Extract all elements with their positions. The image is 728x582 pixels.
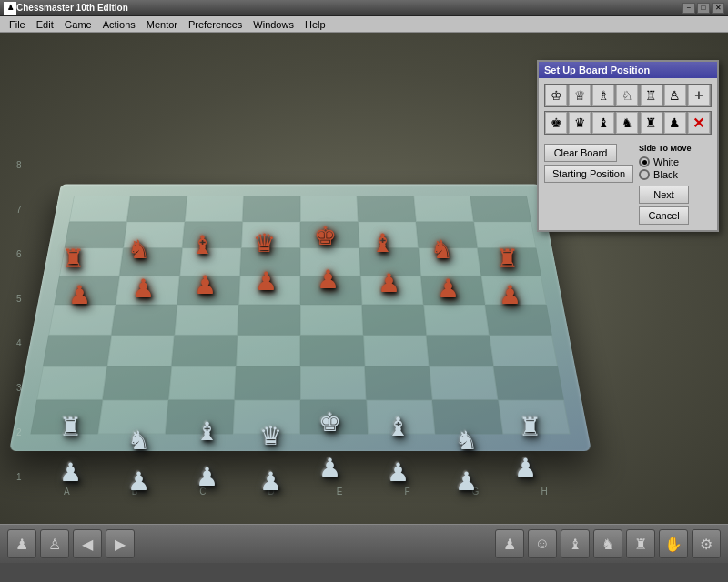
board-cell[interactable] (474, 221, 537, 247)
menu-item-actions[interactable]: Actions (97, 18, 141, 31)
toolbar-pawn-button[interactable]: ♟ (7, 529, 36, 558)
board-cell[interactable] (426, 335, 493, 366)
palette-black-pawn[interactable]: ♟ (664, 112, 686, 134)
board-cell[interactable] (365, 366, 432, 399)
board-cell[interactable] (485, 305, 552, 335)
minimize-button[interactable]: − (682, 3, 695, 14)
board-cell[interactable] (111, 305, 177, 335)
board-cell[interactable] (107, 335, 175, 366)
white-pawn-8[interactable]: ♟ (59, 460, 82, 486)
board-cell[interactable] (300, 221, 359, 247)
board-cell[interactable] (238, 276, 300, 305)
board-cell[interactable] (300, 399, 368, 434)
board-cell[interactable] (116, 276, 180, 305)
white-pawn-13[interactable]: ♟ (387, 460, 410, 486)
next-button[interactable]: Next (639, 186, 689, 204)
black-radio-option[interactable]: Black (639, 169, 712, 180)
palette-black-bishop[interactable]: ♝ (592, 112, 614, 134)
board-cell[interactable] (366, 399, 435, 434)
board-cell[interactable] (123, 221, 184, 247)
palette-white-king[interactable]: ♔ (545, 85, 567, 106)
board-cell[interactable] (423, 305, 489, 335)
board-cell[interactable] (185, 196, 244, 221)
palette-white-bishop[interactable]: ♗ (592, 85, 614, 106)
white-pawn-12[interactable]: ♟ (318, 456, 341, 481)
menu-item-edit[interactable]: Edit (31, 18, 59, 31)
palette-black-king[interactable]: ♚ (545, 112, 567, 134)
toolbar-knight-icon[interactable]: ♞ (593, 529, 622, 558)
toolbar-bishop-icon[interactable]: ♝ (561, 529, 590, 558)
board-cell[interactable] (236, 335, 300, 366)
board-cell[interactable] (359, 248, 421, 276)
board-cell[interactable] (166, 399, 235, 434)
board-cell[interactable] (416, 221, 477, 247)
board-cell[interactable] (478, 248, 541, 276)
palette-black-rook[interactable]: ♜ (641, 112, 662, 134)
palette-white-queen[interactable]: ♕ (569, 85, 591, 106)
board-cell[interactable] (43, 335, 112, 366)
close-button[interactable]: ✕ (712, 3, 724, 14)
white-pawn-15[interactable]: ♟ (514, 456, 537, 481)
board-cell[interactable] (300, 248, 360, 276)
toolbar-prev-button[interactable]: ◀ (73, 529, 102, 558)
board-cell[interactable] (413, 196, 473, 221)
board-cell[interactable] (54, 276, 119, 305)
white-radio-option[interactable]: White (639, 156, 712, 167)
board-cell[interactable] (238, 305, 300, 335)
board-cell[interactable] (359, 221, 419, 247)
board-cell[interactable] (481, 276, 547, 305)
board-cell[interactable] (432, 399, 503, 434)
board-cell[interactable] (498, 399, 570, 434)
palette-white-rook[interactable]: ♖ (641, 85, 662, 106)
menu-item-windows[interactable]: Windows (248, 18, 299, 31)
cancel-button[interactable]: Cancel (639, 206, 689, 225)
board-cell[interactable] (233, 399, 300, 434)
palette-add[interactable]: + (688, 85, 710, 106)
white-radio[interactable] (639, 156, 650, 167)
board-cell[interactable] (69, 196, 130, 221)
board-cell[interactable] (300, 366, 366, 399)
maximize-button[interactable]: □ (697, 3, 710, 14)
board-cell[interactable] (241, 221, 300, 247)
clear-board-button[interactable]: Clear Board (544, 144, 617, 162)
board-cell[interactable] (30, 399, 102, 434)
toolbar-rook-icon[interactable]: ♜ (626, 529, 655, 558)
board-cell[interactable] (242, 196, 300, 221)
board-cell[interactable] (300, 335, 365, 366)
board-cell[interactable] (126, 196, 187, 221)
board-cell[interactable] (65, 221, 127, 247)
board-cell[interactable] (240, 248, 300, 276)
starting-position-button[interactable]: Starting Position (544, 165, 633, 183)
board-cell[interactable] (300, 276, 362, 305)
menu-item-game[interactable]: Game (59, 18, 97, 31)
board-cell[interactable] (119, 248, 182, 276)
black-radio[interactable] (639, 169, 650, 180)
palette-white-knight[interactable]: ♘ (616, 85, 638, 106)
board-cell[interactable] (36, 366, 106, 399)
toolbar-face-icon[interactable]: ☺ (528, 529, 557, 558)
board-cell[interactable] (59, 248, 123, 276)
board-cell[interactable] (420, 276, 485, 305)
board-cell[interactable] (235, 366, 300, 399)
palette-delete[interactable]: ✕ (688, 112, 710, 134)
board-cell[interactable] (182, 221, 242, 247)
toolbar-white-pawn-button[interactable]: ♙ (40, 529, 69, 558)
board-cell[interactable] (300, 305, 363, 335)
board-cell[interactable] (362, 305, 427, 335)
board-cell[interactable] (470, 196, 531, 221)
toolbar-hand-icon[interactable]: ✋ (659, 529, 688, 558)
board-cell[interactable] (363, 335, 429, 366)
menu-item-mentor[interactable]: Mentor (141, 18, 183, 31)
board-cell[interactable] (177, 276, 240, 305)
board-cell[interactable] (98, 399, 169, 434)
toolbar-next-button[interactable]: ▶ (106, 529, 135, 558)
palette-black-queen[interactable]: ♛ (569, 112, 591, 134)
menu-item-preferences[interactable]: Preferences (183, 18, 248, 31)
board-cell[interactable] (48, 305, 116, 335)
palette-black-knight[interactable]: ♞ (616, 112, 638, 134)
board-cell[interactable] (360, 276, 423, 305)
board-cell[interactable] (103, 366, 172, 399)
board-cell[interactable] (493, 366, 563, 399)
board-cell[interactable] (180, 248, 242, 276)
palette-white-pawn[interactable]: ♙ (664, 85, 686, 106)
